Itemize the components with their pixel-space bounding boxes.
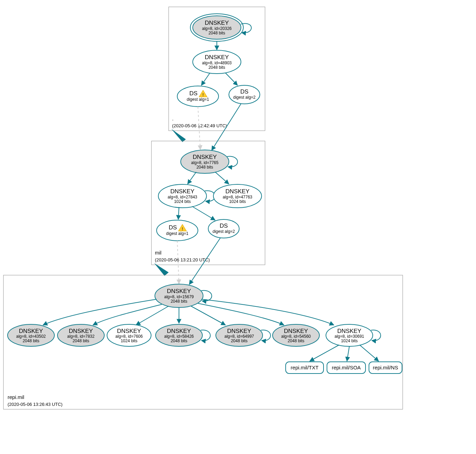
edge-root-zsk-ds1 <box>201 73 210 85</box>
svg-text:2048 bits: 2048 bits <box>171 299 188 304</box>
node-root-ksk: DNSKEY alg=8, id=20326 2048 bits <box>190 14 243 41</box>
edge-mil-ksk-zskb <box>215 172 229 184</box>
svg-text:!: ! <box>182 227 183 231</box>
edge-repi-ksk-k2 <box>93 304 162 325</box>
svg-text:digest alg=1: digest alg=1 <box>187 97 209 102</box>
node-mil-ds2: DS digest alg=2 <box>208 219 239 238</box>
record-ns: repi.mil/NS <box>369 362 402 374</box>
svg-text:2048 bits: 2048 bits <box>197 165 213 170</box>
svg-text:1024 bits: 1024 bits <box>174 199 191 204</box>
svg-text:alg=8, id=43502: alg=8, id=43502 <box>16 334 46 339</box>
node-repi-k6: DNSKEY alg=8, id=54560 2048 bits <box>273 324 319 346</box>
svg-text:DS: DS <box>240 88 248 95</box>
edge-mil-zska-ds2 <box>192 206 215 220</box>
svg-text:DNSKEY: DNSKEY <box>205 54 229 61</box>
svg-text:repi.mil/NS: repi.mil/NS <box>373 365 398 370</box>
svg-text:alg=8, id=7606: alg=8, id=7606 <box>115 334 143 339</box>
edge-mil-zska-ds1 <box>178 207 179 219</box>
svg-text:repi.mil/SOA: repi.mil/SOA <box>332 365 361 370</box>
svg-text:alg=8, id=64997: alg=8, id=64997 <box>224 334 254 339</box>
svg-text:1024 bits: 1024 bits <box>229 199 246 204</box>
node-root-zsk: DNSKEY alg=8, id=48903 2048 bits <box>193 50 241 74</box>
svg-text:2048 bits: 2048 bits <box>209 65 225 70</box>
node-repi-k7: DNSKEY alg=8, id=30691 1024 bits <box>326 324 373 346</box>
svg-text:2048 bits: 2048 bits <box>73 338 89 343</box>
svg-text:DNSKEY: DNSKEY <box>170 188 194 195</box>
node-mil-zsk-b: DNSKEY alg=8, id=47763 1024 bits <box>213 184 262 208</box>
node-repi-ksk: DNSKEY alg=8, id=15679 2048 bits <box>155 284 203 307</box>
svg-text:alg=8, id=20326: alg=8, id=20326 <box>202 26 232 31</box>
svg-text:alg=8, id=54560: alg=8, id=54560 <box>281 334 311 339</box>
svg-text:DNSKEY: DNSKEY <box>167 288 191 294</box>
svg-text:alg=8, id=7765: alg=8, id=7765 <box>191 160 219 165</box>
zone-arrow-root-mil <box>171 129 186 142</box>
svg-text:alg=8, id=58426: alg=8, id=58426 <box>164 334 194 339</box>
edge-repi-k7-soa <box>347 346 349 361</box>
svg-text:DS: DS <box>189 90 198 97</box>
edge-repi-k7-txt <box>310 345 339 361</box>
svg-text:DNSKEY: DNSKEY <box>193 154 217 160</box>
svg-point-9 <box>177 86 219 107</box>
svg-text:1024 bits: 1024 bits <box>341 338 358 343</box>
svg-text:digest alg=2: digest alg=2 <box>233 95 255 100</box>
svg-text:DS: DS <box>169 224 177 231</box>
edge-repi-ksk-k1 <box>43 299 157 325</box>
svg-text:1024 bits: 1024 bits <box>121 338 138 343</box>
svg-text:DS: DS <box>220 223 228 229</box>
zone-arrow-mil-repi <box>154 263 169 276</box>
svg-text:alg=8, id=47763: alg=8, id=47763 <box>223 195 252 199</box>
zone-repi-ts: (2020-05-06 13:26:43 UTC) <box>8 402 63 407</box>
edge-repi-ksk-k5 <box>191 306 225 325</box>
node-mil-zsk-a: DNSKEY alg=8, id=27843 1024 bits <box>158 184 207 208</box>
svg-text:2048 bits: 2048 bits <box>231 338 248 343</box>
node-repi-k5: DNSKEY alg=8, id=64997 2048 bits <box>216 324 263 346</box>
svg-text:DNSKEY: DNSKEY <box>227 328 251 334</box>
edge-root-zsk-ds2 <box>225 73 237 85</box>
node-root-ds1: DS digest alg=1 ! <box>177 86 219 107</box>
svg-text:alg=8, id=7832: alg=8, id=7832 <box>67 334 95 339</box>
svg-text:2048 bits: 2048 bits <box>288 338 305 343</box>
edge-repi-ksk-k7 <box>201 299 334 325</box>
edge-repi-k7-ns <box>360 345 379 361</box>
svg-text:!: ! <box>202 93 204 97</box>
node-mil-ksk: DNSKEY alg=8, id=7765 2048 bits <box>181 150 229 173</box>
record-soa: repi.mil/SOA <box>327 362 366 374</box>
zone-repi-name: repi.mil <box>8 394 24 400</box>
svg-text:DNSKEY: DNSKEY <box>69 328 93 334</box>
svg-text:DNSKEY: DNSKEY <box>19 328 43 334</box>
zone-mil-name: mil <box>155 250 161 256</box>
node-repi-k3: DNSKEY alg=8, id=7606 1024 bits <box>107 324 151 346</box>
svg-text:repi.mil/TXT: repi.mil/TXT <box>291 365 319 370</box>
node-root-ds2: DS digest alg=2 <box>229 85 260 104</box>
svg-text:2048 bits: 2048 bits <box>171 338 188 343</box>
svg-text:alg=8, id=15679: alg=8, id=15679 <box>164 294 194 299</box>
dnssec-graph: . (2020-05-06 12:42:49 UTC) DNSKEY alg=8… <box>0 0 476 454</box>
edge-mil-ksk-zska <box>188 172 196 184</box>
node-mil-ds1: DS digest alg=1 ! <box>157 220 198 241</box>
svg-text:DNSKEY: DNSKEY <box>225 188 250 195</box>
svg-text:DNSKEY: DNSKEY <box>117 328 141 334</box>
zone-mil-ts: (2020-05-06 13:21:20 UTC) <box>155 257 210 262</box>
edge-repi-ksk-k6 <box>198 303 284 325</box>
svg-text:DNSKEY: DNSKEY <box>284 328 308 334</box>
svg-text:DNSKEY: DNSKEY <box>337 328 361 334</box>
zone-root-name: . <box>172 116 173 121</box>
node-repi-k2: DNSKEY alg=8, id=7832 2048 bits <box>57 324 104 346</box>
svg-point-28 <box>157 220 198 241</box>
svg-text:alg=8, id=48903: alg=8, id=48903 <box>202 61 232 65</box>
svg-text:alg=8, id=30691: alg=8, id=30691 <box>335 334 364 339</box>
svg-text:digest alg=2: digest alg=2 <box>212 229 235 234</box>
node-repi-k4: DNSKEY alg=8, id=58426 2048 bits <box>156 324 202 346</box>
svg-text:digest alg=1: digest alg=1 <box>166 231 188 236</box>
svg-text:DNSKEY: DNSKEY <box>205 20 229 26</box>
zone-root-ts: (2020-05-06 12:42:49 UTC) <box>172 123 227 128</box>
record-txt: repi.mil/TXT <box>286 362 324 374</box>
node-repi-k1: DNSKEY alg=8, id=43502 2048 bits <box>8 324 54 346</box>
svg-text:2048 bits: 2048 bits <box>209 31 225 35</box>
svg-text:alg=8, id=27843: alg=8, id=27843 <box>168 195 197 199</box>
svg-text:2048 bits: 2048 bits <box>23 338 40 343</box>
edge-repi-ksk-k3 <box>136 306 169 325</box>
svg-text:DNSKEY: DNSKEY <box>167 328 191 334</box>
